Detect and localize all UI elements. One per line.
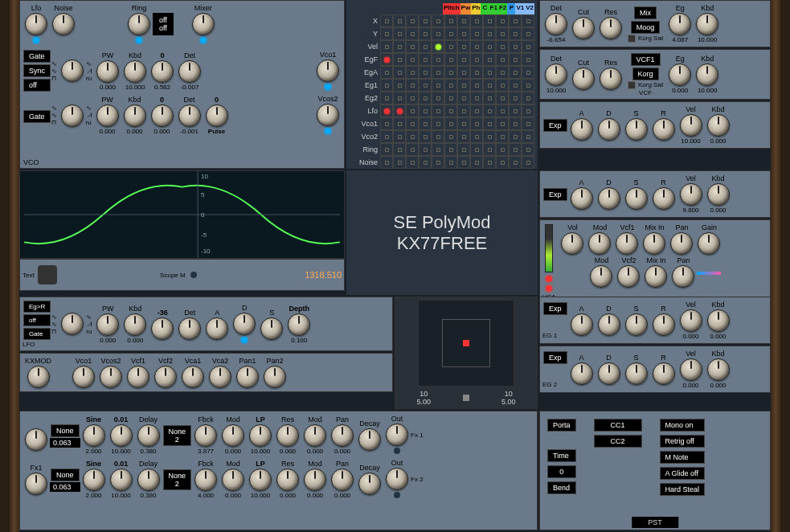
kxmod-vca1[interactable] [182, 366, 204, 388]
oscilloscope[interactable]: 10 5 0 -5 -10 [19, 170, 345, 259]
lfo-d[interactable] [233, 313, 256, 335]
matrix-cell[interactable] [457, 156, 470, 169]
fx1-res[interactable] [276, 424, 299, 447]
hardsteal-button[interactable]: Hard Steal [660, 483, 706, 496]
matrix-cell[interactable] [393, 130, 406, 143]
matrix-cell[interactable] [419, 104, 432, 117]
matrix-cell[interactable] [393, 143, 406, 156]
vca-vcf2[interactable] [617, 265, 640, 288]
vco2-level-knob[interactable] [317, 104, 339, 126]
matrix-cell[interactable] [444, 14, 457, 27]
matrix-cell[interactable] [457, 53, 470, 66]
matrix-cell[interactable] [432, 104, 444, 117]
matrix-cell[interactable] [406, 66, 419, 79]
matrix-cell[interactable] [457, 117, 470, 130]
matrix-cell[interactable] [522, 66, 534, 79]
matrix-cell[interactable] [496, 40, 509, 53]
fx2-decay[interactable] [358, 473, 381, 495]
vco1-det-knob[interactable] [178, 60, 201, 83]
fx2-rate[interactable] [110, 469, 133, 491]
vca-mod2[interactable] [590, 265, 612, 288]
matrix-cell[interactable] [496, 104, 509, 117]
korgsat2-checkbox[interactable] [628, 81, 636, 89]
matrix-cell[interactable] [509, 92, 522, 104]
matrix-cell[interactable] [432, 53, 444, 66]
matrix-cell[interactable] [457, 79, 470, 92]
ega-vel[interactable] [680, 183, 702, 206]
fx2-in-knob[interactable] [25, 473, 47, 495]
matrix-cell[interactable] [483, 156, 496, 169]
matrix-cell[interactable] [419, 14, 432, 27]
matrix-cell[interactable] [496, 53, 509, 66]
vca-mod1[interactable] [588, 232, 611, 255]
matrix-cell[interactable] [470, 14, 483, 27]
mix-button[interactable]: Mix [634, 6, 657, 19]
lfo-depth[interactable] [288, 313, 310, 336]
exp1-button[interactable]: Exp [543, 119, 567, 132]
fx2-out[interactable] [386, 468, 408, 490]
aglide-button[interactable]: A Glide off [660, 467, 706, 480]
lfo-wave-knob[interactable] [61, 313, 84, 335]
matrix-cell[interactable] [444, 156, 457, 169]
fx2-sine[interactable] [83, 469, 105, 491]
eg2-d[interactable] [598, 362, 620, 385]
matrix-cell[interactable] [470, 53, 483, 66]
matrix-cell[interactable] [380, 79, 393, 92]
matrix-cell[interactable] [406, 143, 419, 156]
matrix-cell[interactable] [406, 156, 419, 169]
fx1-pan[interactable] [331, 424, 354, 447]
gate2-button[interactable]: Gate [23, 110, 51, 123]
eg2-vel[interactable] [680, 358, 702, 381]
off-button[interactable]: off [23, 79, 51, 92]
korgsat1-checkbox[interactable] [628, 35, 636, 43]
vcf2-det-knob[interactable] [545, 63, 567, 86]
matrix-cell[interactable] [380, 14, 393, 27]
matrix-cell[interactable] [393, 117, 406, 130]
ega-kbd[interactable] [707, 183, 730, 206]
vca-pan1[interactable] [670, 232, 693, 255]
joy-center-btn[interactable] [463, 395, 469, 401]
matrix-cell[interactable] [393, 53, 406, 66]
matrix-cell[interactable] [470, 156, 483, 169]
kxmod-knob[interactable] [27, 366, 50, 388]
vca-vol[interactable] [561, 232, 583, 255]
lfo-oct[interactable] [151, 317, 174, 340]
egf-a[interactable] [571, 118, 593, 141]
matrix-cell[interactable] [432, 79, 444, 92]
matrix-cell[interactable] [496, 117, 509, 130]
matrix-cell[interactable] [470, 104, 483, 117]
eg2-r[interactable] [653, 362, 675, 385]
matrix-cell[interactable] [509, 79, 522, 92]
eg2-kbd[interactable] [707, 358, 730, 381]
egf-d[interactable] [598, 118, 620, 141]
matrix-cell[interactable] [457, 27, 470, 40]
matrix-cell[interactable] [406, 92, 419, 104]
kxmod-vcf2[interactable] [154, 366, 177, 388]
matrix-cell[interactable] [483, 66, 496, 79]
matrix-cell[interactable] [380, 66, 393, 79]
fx1-in-knob[interactable] [25, 428, 47, 451]
matrix-cell[interactable] [470, 117, 483, 130]
eg2-a[interactable] [571, 362, 593, 385]
fx2-res[interactable] [276, 469, 299, 491]
lfo-det[interactable] [178, 317, 201, 340]
matrix-cell[interactable] [522, 92, 534, 104]
matrix-cell[interactable] [457, 130, 470, 143]
matrix-cell[interactable] [393, 92, 406, 104]
vcf2-kbd-knob[interactable] [696, 63, 718, 86]
matrix-cell[interactable] [380, 104, 393, 117]
matrix-cell[interactable] [444, 27, 457, 40]
kxmod-vcf1[interactable] [127, 366, 149, 388]
matrix-cell[interactable] [496, 66, 509, 79]
ring-knob[interactable] [128, 13, 150, 35]
matrix-cell[interactable] [432, 143, 444, 156]
vcf2-res-knob[interactable] [600, 68, 622, 90]
retrig-button[interactable]: Retrig off [660, 435, 706, 448]
fx2-none2[interactable]: None 2 [163, 469, 192, 490]
fx1-none[interactable]: None [51, 424, 80, 437]
matrix-cell[interactable] [470, 143, 483, 156]
porta-button[interactable]: Porta [547, 419, 576, 432]
egf-r[interactable] [653, 118, 675, 141]
fx1-mod[interactable] [222, 424, 244, 447]
matrix-cell[interactable] [457, 14, 470, 27]
